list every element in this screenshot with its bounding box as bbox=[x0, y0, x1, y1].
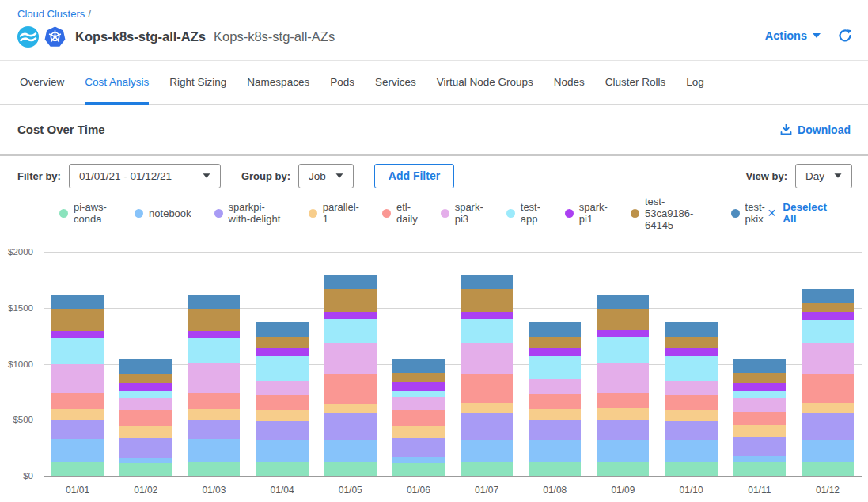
legend-item-parallel-1[interactable]: parallel-1 bbox=[309, 201, 359, 225]
bar-segment-spark-pi1[interactable] bbox=[51, 331, 104, 338]
bar-segment-test-app[interactable] bbox=[119, 391, 172, 397]
stacked-bar-01-04[interactable] bbox=[256, 252, 309, 476]
bar-segment-test-53ca9186-64145[interactable] bbox=[119, 374, 172, 383]
bar-segment-pi-aws-conda[interactable] bbox=[256, 462, 309, 476]
bar-segment-spark-pi3[interactable] bbox=[119, 398, 172, 411]
stacked-bar-01-05[interactable] bbox=[324, 252, 377, 476]
bar-segment-sparkpi-with-delight[interactable] bbox=[665, 421, 718, 439]
bar-segment-spark-pi1[interactable] bbox=[392, 382, 445, 391]
tab-overview[interactable]: Overview bbox=[20, 76, 64, 105]
bar-segment-sparkpi-with-delight[interactable] bbox=[733, 437, 786, 456]
bar-segment-spark-pi1[interactable] bbox=[324, 312, 377, 319]
bar-segment-parallel-1[interactable] bbox=[665, 410, 718, 422]
bar-segment-test-pkix[interactable] bbox=[392, 359, 445, 373]
bar-segment-sparkpi-with-delight[interactable] bbox=[529, 420, 581, 439]
refresh-icon[interactable] bbox=[838, 29, 852, 43]
bar-segment-test-pkix[interactable] bbox=[665, 322, 718, 337]
bar-segment-etl-daily[interactable] bbox=[461, 374, 513, 403]
bar-segment-sparkpi-with-delight[interactable] bbox=[119, 438, 172, 458]
bar-segment-spark-pi3[interactable] bbox=[51, 364, 104, 394]
bar-segment-spark-pi1[interactable] bbox=[529, 348, 581, 356]
bar-segment-pi-aws-conda[interactable] bbox=[529, 462, 581, 476]
bar-segment-spark-pi1[interactable] bbox=[802, 312, 854, 320]
add-filter-button[interactable]: Add Filter bbox=[374, 164, 454, 188]
bar-segment-test-pkix[interactable] bbox=[256, 322, 309, 337]
bar-segment-test-pkix[interactable] bbox=[597, 295, 649, 310]
stacked-bar-01-11[interactable] bbox=[733, 252, 786, 476]
bar-segment-pi-aws-conda[interactable] bbox=[51, 462, 104, 476]
bar-segment-etl-daily[interactable] bbox=[665, 395, 718, 409]
stacked-bar-01-12[interactable] bbox=[802, 252, 854, 476]
tab-log[interactable]: Log bbox=[686, 76, 704, 105]
bar-segment-sparkpi-with-delight[interactable] bbox=[597, 420, 649, 439]
bar-segment-parallel-1[interactable] bbox=[733, 425, 786, 437]
bar-segment-parallel-1[interactable] bbox=[392, 426, 445, 438]
bar-segment-test-app[interactable] bbox=[529, 356, 581, 379]
bar-segment-parallel-1[interactable] bbox=[256, 410, 309, 422]
bar-segment-spark-pi3[interactable] bbox=[665, 381, 718, 395]
bar-segment-notebook[interactable] bbox=[324, 440, 377, 462]
bar-segment-notebook[interactable] bbox=[119, 458, 172, 463]
legend-item-test-53ca9186-64145[interactable]: test-53ca9186-64145 bbox=[631, 196, 708, 231]
bar-segment-spark-pi3[interactable] bbox=[597, 363, 649, 393]
bar-segment-parallel-1[interactable] bbox=[802, 403, 854, 413]
bar-segment-test-53ca9186-64145[interactable] bbox=[597, 309, 649, 330]
tab-cluster-rolls[interactable]: Cluster Rolls bbox=[605, 76, 666, 105]
bar-segment-pi-aws-conda[interactable] bbox=[802, 462, 854, 476]
stacked-bar-01-06[interactable] bbox=[392, 252, 445, 476]
bar-segment-spark-pi1[interactable] bbox=[188, 331, 240, 338]
bar-segment-test-53ca9186-64145[interactable] bbox=[324, 289, 377, 311]
bar-segment-notebook[interactable] bbox=[392, 457, 445, 463]
bar-segment-etl-daily[interactable] bbox=[733, 412, 786, 426]
bar-segment-etl-daily[interactable] bbox=[529, 394, 581, 409]
tab-cost-analysis[interactable]: Cost Analysis bbox=[85, 76, 149, 105]
bar-segment-pi-aws-conda[interactable] bbox=[733, 462, 786, 476]
bar-segment-pi-aws-conda[interactable] bbox=[324, 462, 377, 476]
bar-segment-spark-pi3[interactable] bbox=[188, 363, 240, 393]
bar-segment-pi-aws-conda[interactable] bbox=[665, 462, 718, 476]
legend-item-spark-pi3[interactable]: spark-pi3 bbox=[441, 201, 483, 225]
bar-segment-pi-aws-conda[interactable] bbox=[119, 463, 172, 476]
bar-segment-parallel-1[interactable] bbox=[119, 426, 172, 438]
bar-segment-pi-aws-conda[interactable] bbox=[188, 462, 240, 476]
bar-segment-test-app[interactable] bbox=[665, 356, 718, 381]
bar-segment-test-app[interactable] bbox=[256, 356, 309, 381]
bar-segment-etl-daily[interactable] bbox=[324, 374, 377, 403]
bar-segment-sparkpi-with-delight[interactable] bbox=[188, 420, 240, 439]
bar-segment-sparkpi-with-delight[interactable] bbox=[392, 438, 445, 457]
bar-segment-etl-daily[interactable] bbox=[119, 410, 172, 426]
tab-pods[interactable]: Pods bbox=[330, 76, 354, 105]
stacked-bar-01-09[interactable] bbox=[597, 252, 649, 476]
tab-services[interactable]: Services bbox=[375, 76, 416, 105]
bar-segment-spark-pi3[interactable] bbox=[461, 343, 513, 375]
bar-segment-parallel-1[interactable] bbox=[51, 409, 104, 420]
bar-segment-test-53ca9186-64145[interactable] bbox=[188, 309, 240, 331]
bar-segment-test-53ca9186-64145[interactable] bbox=[665, 337, 718, 348]
date-range-select[interactable]: 01/01/21 - 01/12/21 bbox=[69, 164, 221, 188]
bar-segment-parallel-1[interactable] bbox=[324, 404, 377, 414]
tab-virtual-node-groups[interactable]: Virtual Node Groups bbox=[437, 76, 533, 105]
stacked-bar-01-03[interactable] bbox=[188, 252, 240, 476]
bar-segment-spark-pi1[interactable] bbox=[733, 383, 786, 390]
bar-segment-spark-pi1[interactable] bbox=[461, 312, 513, 319]
group-by-select[interactable]: Job bbox=[298, 164, 354, 188]
bar-segment-test-pkix[interactable] bbox=[733, 359, 786, 373]
bar-segment-notebook[interactable] bbox=[733, 456, 786, 462]
bar-segment-sparkpi-with-delight[interactable] bbox=[256, 421, 309, 439]
bar-segment-sparkpi-with-delight[interactable] bbox=[802, 413, 854, 439]
bar-segment-etl-daily[interactable] bbox=[392, 410, 445, 426]
bar-segment-sparkpi-with-delight[interactable] bbox=[324, 413, 377, 439]
deselect-all-button[interactable]: ✕ Deselect All bbox=[768, 201, 828, 225]
bar-segment-notebook[interactable] bbox=[802, 440, 854, 462]
bar-segment-spark-pi1[interactable] bbox=[119, 383, 172, 392]
bar-segment-notebook[interactable] bbox=[256, 440, 309, 462]
bar-segment-sparkpi-with-delight[interactable] bbox=[51, 420, 104, 439]
legend-item-etl-daily[interactable]: etl-daily bbox=[382, 201, 418, 225]
bar-segment-test-pkix[interactable] bbox=[188, 295, 240, 310]
bar-segment-test-53ca9186-64145[interactable] bbox=[51, 309, 104, 331]
legend-item-sparkpi-with-delight[interactable]: sparkpi-with-delight bbox=[214, 201, 286, 225]
bar-segment-test-53ca9186-64145[interactable] bbox=[529, 337, 581, 348]
bar-segment-test-pkix[interactable] bbox=[51, 295, 104, 310]
bar-segment-notebook[interactable] bbox=[51, 439, 104, 462]
bar-segment-etl-daily[interactable] bbox=[802, 374, 854, 403]
